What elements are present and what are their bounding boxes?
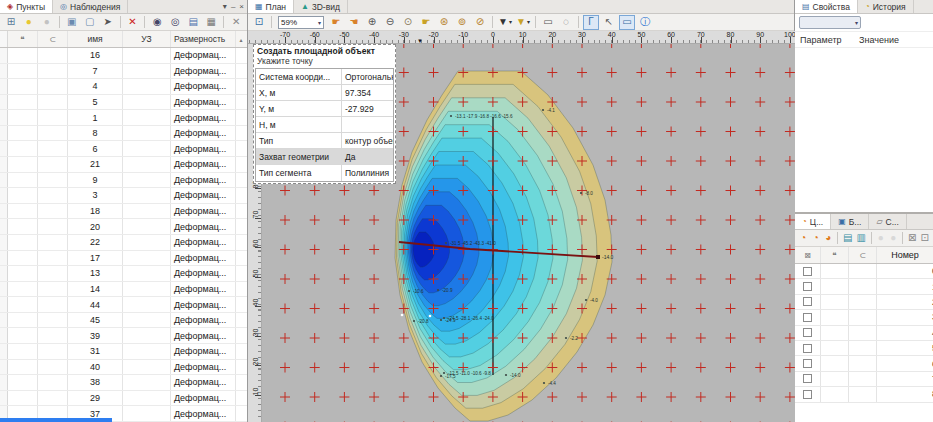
- select-add-icon[interactable]: ▣: [64, 15, 80, 30]
- table-row[interactable]: 39Деформац...: [0, 328, 247, 344]
- delete-icon[interactable]: ✕: [125, 15, 141, 30]
- close-button[interactable]: ×: [239, 2, 244, 11]
- select-cursor-icon[interactable]: ➤: [100, 15, 116, 30]
- zoom-window-icon[interactable]: ⊙: [400, 15, 416, 30]
- select-all-icon[interactable]: ⊠: [907, 231, 917, 246]
- pan-drag-icon[interactable]: ☛: [418, 15, 434, 30]
- column-header-name[interactable]: имя: [68, 31, 123, 47]
- tab-С[interactable]: ▱С...: [869, 214, 906, 229]
- attachment-icon[interactable]: ⊂: [38, 31, 68, 47]
- cycle-row[interactable]: 5: [795, 341, 933, 356]
- dialog-row[interactable]: X, м97.354: [256, 85, 393, 101]
- zoom-points-icon[interactable]: ⊚: [454, 15, 470, 30]
- dialog-row[interactable]: Захват геометрииДа: [256, 149, 393, 165]
- dialog-row-value[interactable]: -27.929: [342, 104, 393, 114]
- filter-icon[interactable]: ▼▾: [497, 15, 513, 30]
- row-checkbox[interactable]: [803, 267, 812, 276]
- lamp-off-icon[interactable]: ●: [888, 231, 898, 246]
- row-checkbox[interactable]: [803, 313, 812, 322]
- comment-icon[interactable]: ❝: [821, 247, 849, 263]
- tab-История[interactable]: ◔История: [858, 0, 914, 13]
- dialog-row[interactable]: Типконтур объекта: [256, 133, 393, 149]
- select-remove-icon[interactable]: ▢: [82, 15, 98, 30]
- frame-icon[interactable]: ▭: [619, 15, 635, 30]
- table-row[interactable]: 22Деформац...: [0, 235, 247, 251]
- dialog-row[interactable]: Система коорди...Ортогональная: [256, 69, 393, 85]
- cycle-row[interactable]: 6: [795, 356, 933, 371]
- profile-line-end-marker[interactable]: [596, 255, 600, 259]
- tab-Свойства[interactable]: ▤Свойства: [795, 0, 858, 13]
- table-row[interactable]: 40Деформац...: [0, 360, 247, 376]
- row-checkbox[interactable]: [803, 390, 812, 399]
- table-row[interactable]: 18Деформац...: [0, 204, 247, 220]
- cycle-row[interactable]: 7: [795, 372, 933, 387]
- scroll-up-icon[interactable]: ▴: [236, 31, 246, 47]
- tab-Наблюдения[interactable]: ◎Наблюдения: [53, 0, 128, 13]
- tab-3Dвид[interactable]: ▲3D-вид: [294, 0, 348, 13]
- lamp-on-icon[interactable]: ●: [876, 231, 886, 246]
- tab-План[interactable]: ▦План: [248, 0, 294, 13]
- pin-button[interactable]: ▾: [223, 2, 227, 11]
- tab-Б[interactable]: ▣Б...: [831, 214, 869, 229]
- table-row[interactable]: 20Деформац...: [0, 219, 247, 235]
- column-header-number[interactable]: Номер: [877, 247, 933, 263]
- row-checkbox[interactable]: [803, 328, 812, 337]
- zoom-in-icon[interactable]: ⊕: [364, 15, 380, 30]
- column-header-dimension[interactable]: Размерность: [171, 31, 236, 47]
- table-row[interactable]: 9Деформац...: [0, 173, 247, 189]
- dialog-row[interactable]: H, м: [256, 117, 393, 133]
- dialog-row-value[interactable]: Ортогональная: [342, 72, 393, 82]
- table-row[interactable]: 17Деформац...: [0, 251, 247, 267]
- filter-combobox[interactable]: ▾: [799, 16, 861, 29]
- cycle-row[interactable]: 2: [795, 295, 933, 310]
- row-checkbox[interactable]: [803, 374, 812, 383]
- row-checkbox[interactable]: [803, 359, 812, 368]
- table-row[interactable]: 44Деформац...: [0, 297, 247, 313]
- column-header-uz[interactable]: УЗ: [123, 31, 171, 47]
- table-row[interactable]: 16Деформац...: [0, 48, 247, 64]
- layer-down-icon[interactable]: ▥: [855, 231, 866, 246]
- dialog-row[interactable]: Y, м-27.929: [256, 101, 393, 117]
- cycle-icon[interactable]: ◔: [798, 231, 808, 246]
- table-row[interactable]: 14Деформац...: [0, 282, 247, 298]
- table-row[interactable]: 1Деформац...: [0, 110, 247, 126]
- fit-view-icon[interactable]: ⊡: [251, 15, 267, 30]
- settings-tools-icon[interactable]: ✕: [228, 15, 244, 30]
- comment-icon[interactable]: ❝: [8, 31, 38, 47]
- snap-cursor-icon[interactable]: ↖: [601, 15, 617, 30]
- select-rect-icon[interactable]: ▭: [540, 15, 556, 30]
- tab-Ц[interactable]: ◔Ц...: [795, 214, 831, 229]
- cycle-row[interactable]: 3: [795, 310, 933, 325]
- zoom-level-combobox[interactable]: 59%▾: [278, 16, 324, 29]
- properties-form-icon[interactable]: ▤: [185, 15, 201, 30]
- table-row[interactable]: 29Деформац...: [0, 391, 247, 407]
- pan-hand-icon[interactable]: ☛: [328, 15, 344, 30]
- table-row[interactable]: 5Деформац...: [0, 95, 247, 111]
- table-grid-icon[interactable]: ▦: [203, 15, 219, 30]
- zoom-selected-icon[interactable]: ⊛: [436, 15, 452, 30]
- select-all-icon[interactable]: ⊠: [795, 247, 821, 263]
- cycle-next-icon[interactable]: ◕: [823, 231, 833, 246]
- dialog-row-value[interactable]: Полилиния: [342, 168, 393, 178]
- horizontal-scrollbar[interactable]: [0, 418, 112, 422]
- row-checkbox[interactable]: [803, 297, 812, 306]
- ortho-corner-icon[interactable]: Γ: [583, 15, 599, 30]
- table-row[interactable]: 6Деформац...: [0, 141, 247, 157]
- attachment-icon[interactable]: ⊂: [849, 247, 877, 263]
- cycle-row[interactable]: 1: [795, 279, 933, 294]
- tab-Пункты[interactable]: ◈Пункты: [0, 0, 53, 13]
- table-row[interactable]: 38Деформац...: [0, 375, 247, 391]
- table-row[interactable]: 3Деформац...: [0, 188, 247, 204]
- pan-realtime-icon[interactable]: ☚: [346, 15, 362, 30]
- select-none-icon[interactable]: ⊡: [920, 231, 930, 246]
- dialog-row-value[interactable]: Да: [342, 152, 393, 162]
- cycle-prev-icon[interactable]: ◔: [810, 231, 820, 246]
- table-row[interactable]: 7Деформац...: [0, 64, 247, 80]
- table-row[interactable]: 8Деформац...: [0, 126, 247, 142]
- cycle-row[interactable]: 4: [795, 326, 933, 341]
- dialog-row-value[interactable]: 97.354: [342, 88, 393, 98]
- table-row[interactable]: 4Деформац...: [0, 79, 247, 95]
- table-row[interactable]: 31Деформац...: [0, 344, 247, 360]
- layer-up-icon[interactable]: ▤: [842, 231, 853, 246]
- find-icon[interactable]: ◉: [149, 15, 165, 30]
